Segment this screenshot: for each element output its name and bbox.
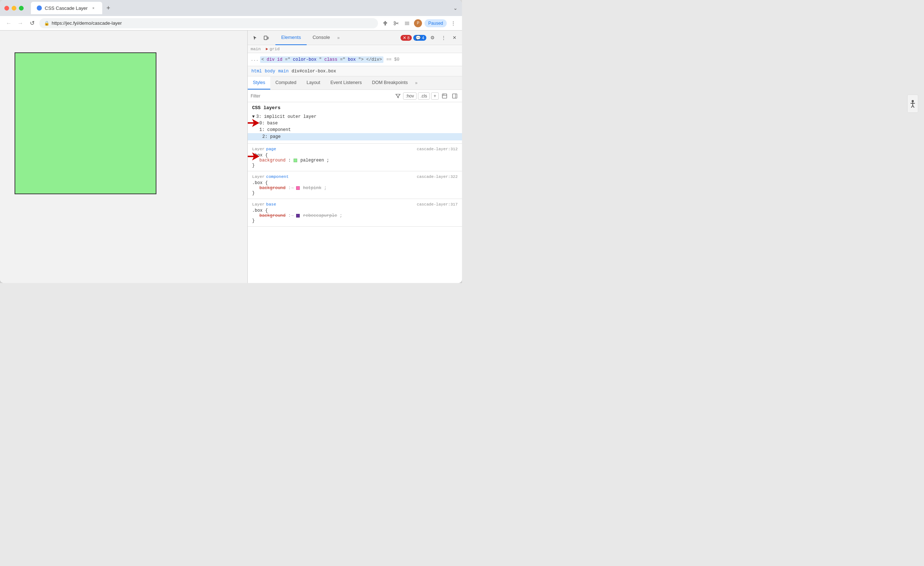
rule-cascade-component: cascade-layer:322	[417, 175, 458, 179]
add-style-button[interactable]: +	[431, 92, 439, 100]
devtools-tabs-more[interactable]: »	[336, 35, 341, 41]
layer-tree-component[interactable]: 1: component	[252, 126, 458, 133]
devtools-settings-button[interactable]: ⚙	[428, 33, 437, 42]
dom-grid-text: grid	[270, 47, 280, 51]
layer-page-rule-wrapper: Layer page cascade-layer:312 .box { back…	[248, 144, 462, 171]
new-style-rule-icon[interactable]	[440, 92, 449, 101]
svg-rect-7	[405, 24, 409, 25]
extensions-icon[interactable]	[381, 19, 390, 28]
devtools-panel: Elements Console » ✕ 8 💬 4	[248, 30, 462, 283]
svg-rect-8	[264, 36, 267, 40]
arrow-css-layers	[248, 117, 260, 128]
tab-styles[interactable]: Styles	[248, 77, 270, 90]
forward-button[interactable]: →	[16, 19, 25, 28]
device-icon[interactable]	[261, 33, 271, 42]
list-icon[interactable]	[403, 19, 411, 28]
person-icon[interactable]: P	[414, 19, 422, 28]
svg-marker-15	[248, 119, 260, 127]
dom-header-text: main	[250, 47, 266, 51]
green-box	[15, 53, 156, 194]
tab-dom-breakpoints[interactable]: DOM Breakpoints	[367, 77, 413, 90]
tab-active[interactable]: CSS Cascade Layer ×	[31, 2, 102, 14]
url-lock-icon: 🔒	[44, 21, 50, 26]
rule-selector-component: .box {	[252, 180, 458, 186]
dom-tag: div	[267, 57, 274, 62]
rule-block-base: Layer base cascade-layer:317 .box { back…	[248, 199, 462, 227]
back-button[interactable]: ←	[4, 19, 13, 28]
svg-rect-10	[442, 94, 447, 98]
css-layers-wrapper: CSS layers ▼ 3: implicit outer layer 0: …	[248, 102, 462, 144]
layer-component-label: 1: component	[260, 127, 291, 132]
tab-event-listeners[interactable]: Event Listeners	[325, 77, 367, 90]
traffic-light-red[interactable]	[4, 6, 9, 11]
breadcrumb-nav: html body main div#color-box.box	[248, 66, 462, 77]
new-tab-button[interactable]: +	[104, 3, 113, 13]
rule-source-component: Layer component cascade-layer:322	[252, 174, 458, 179]
breadcrumb-html[interactable]: html	[251, 69, 262, 74]
devtools-close-button[interactable]: ✕	[450, 33, 459, 42]
breadcrumb-current[interactable]: div#color-box.box	[291, 69, 336, 74]
color-swatch-rebeccapurple[interactable]	[296, 214, 300, 218]
rule-property-page[interactable]: background : palegreen ;	[252, 158, 458, 163]
layer-tree-page[interactable]: 2: page	[248, 133, 462, 140]
tab-computed[interactable]: Computed	[270, 77, 302, 90]
svg-point-2	[394, 24, 395, 25]
tab-menu-end[interactable]: ⌄	[453, 5, 458, 11]
tab-close-button[interactable]: ×	[91, 5, 96, 11]
svg-rect-13	[453, 94, 457, 98]
rule-selector-page: .box {	[252, 153, 458, 158]
rule-source-base: Layer base cascade-layer:317	[252, 202, 458, 207]
styles-tabs-more[interactable]: »	[413, 80, 420, 86]
warn-badge: 💬 4	[413, 35, 426, 41]
scissors-icon[interactable]	[392, 19, 400, 28]
rule-block-component: Layer component cascade-layer:322 .box {…	[248, 171, 462, 199]
class-filter-button[interactable]: .cls	[418, 92, 430, 100]
color-swatch-hotpink[interactable]	[296, 186, 300, 190]
refresh-button[interactable]: ↺	[28, 19, 36, 28]
breadcrumb-main[interactable]: main	[278, 69, 289, 74]
filter-bar: :hov .cls +	[248, 90, 462, 102]
cursor-icon[interactable]	[250, 33, 260, 42]
rule-selector-base: .box {	[252, 208, 458, 213]
rule-source-page: Layer page cascade-layer:312	[252, 147, 458, 151]
css-layers-section: CSS layers ▼ 3: implicit outer layer 0: …	[248, 102, 462, 144]
dom-tree: ... < div id =" color-box " class =" box…	[248, 53, 462, 66]
layer-component-link[interactable]: component	[266, 174, 289, 179]
layer-page-label: 2: page	[262, 134, 280, 139]
css-layers-title: CSS layers	[252, 105, 458, 111]
color-swatch-palegreen[interactable]	[294, 159, 297, 162]
dom-dollar-sign: == $0	[386, 57, 399, 62]
layer-page-link[interactable]: page	[266, 147, 276, 151]
paused-button[interactable]: Paused	[424, 19, 447, 27]
devtools-tabs: Elements Console »	[275, 30, 399, 45]
styles-content: CSS layers ▼ 3: implicit outer layer 0: …	[248, 102, 462, 283]
rule-property-base[interactable]: background :→ rebeccapurple ;	[252, 213, 458, 218]
traffic-light-green[interactable]	[19, 6, 24, 11]
error-count: 8	[407, 36, 410, 40]
svg-point-1	[394, 21, 395, 23]
dom-selected-element[interactable]: < div id =" color-box " class =" box "> …	[260, 56, 383, 63]
url-text: https://jec.fyi/demo/cascade-layer	[52, 20, 122, 26]
filter-funnel-icon[interactable]	[394, 92, 402, 100]
url-bar[interactable]: 🔒 https://jec.fyi/demo/cascade-layer	[39, 18, 378, 29]
toggle-sidebar-icon[interactable]	[450, 92, 459, 101]
devtools-header-icons	[250, 33, 271, 42]
rule-property-component[interactable]: background :→ hotpink ;	[252, 186, 458, 191]
devtools-tab-elements[interactable]: Elements	[275, 30, 307, 45]
devtools-more-button[interactable]: ⋮	[439, 33, 448, 42]
devtools-header: Elements Console » ✕ 8 💬 4	[248, 30, 462, 45]
layer-base-link[interactable]: base	[266, 202, 276, 207]
filter-input[interactable]	[250, 93, 392, 99]
layer-tree-outer[interactable]: ▼ 3: implicit outer layer	[252, 114, 458, 120]
more-menu-button[interactable]: ⋮	[449, 19, 458, 28]
hover-filter-button[interactable]: :hov	[403, 92, 417, 100]
address-actions: P Paused ⋮	[381, 19, 458, 28]
traffic-light-yellow[interactable]	[12, 6, 16, 11]
layer-tree-base[interactable]: 0: base	[252, 120, 458, 126]
devtools-header-end: ✕ 8 💬 4 ⚙ ⋮ ✕	[400, 33, 459, 42]
tab-layout[interactable]: Layout	[302, 77, 326, 90]
styles-tabs: Styles Computed Layout Event Listeners D…	[248, 77, 462, 90]
breadcrumb-body[interactable]: body	[265, 69, 275, 74]
svg-rect-6	[405, 23, 409, 24]
devtools-tab-console[interactable]: Console	[307, 30, 336, 45]
